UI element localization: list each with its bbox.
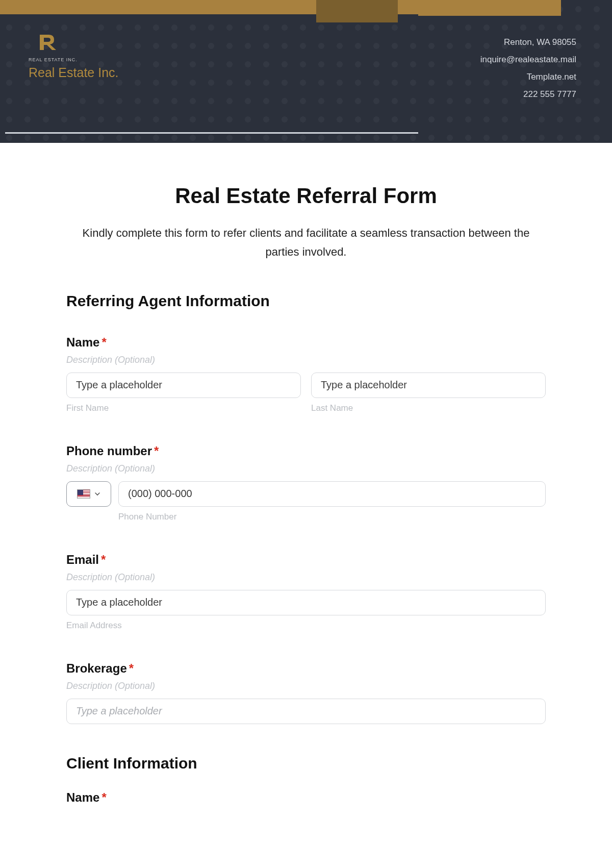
brokerage-required-mark: * (129, 661, 134, 675)
client-name-label: Name (66, 790, 99, 804)
name-description: Description (Optional) (66, 355, 546, 365)
first-name-sublabel: First Name (66, 403, 301, 413)
first-name-input[interactable] (66, 373, 301, 398)
chevron-down-icon (94, 491, 100, 497)
brokerage-input[interactable] (66, 699, 546, 724)
client-name-required-mark: * (101, 790, 106, 804)
name-required-mark: * (101, 335, 106, 349)
email-label: Email (66, 553, 99, 566)
form-content: Real Estate Referral Form Kindly complet… (0, 143, 612, 825)
email-input[interactable] (66, 590, 546, 615)
header-rule-gold (418, 14, 561, 16)
email-sublabel: Email Address (66, 621, 546, 631)
field-brokerage: Brokerage* Description (Optional) (66, 661, 546, 724)
section-client-heading: Client Information (66, 755, 546, 772)
form-intro: Kindly complete this form to refer clien… (66, 224, 546, 262)
email-required-mark: * (101, 553, 106, 566)
phone-required-mark: * (154, 444, 159, 458)
header-rule-light (5, 132, 418, 134)
logo-subtitle: REAL ESTATE INC. (29, 57, 118, 62)
contact-phone: 222 555 7777 (480, 86, 576, 103)
section-agent-heading: Referring Agent Information (66, 292, 546, 310)
field-client-name: Name* (66, 790, 546, 805)
brokerage-label: Brokerage (66, 661, 127, 675)
phone-sublabel: Phone Number (118, 512, 546, 522)
field-email: Email* Description (Optional) Email Addr… (66, 553, 546, 631)
brokerage-description: Description (Optional) (66, 681, 546, 691)
page-header: REAL ESTATE INC. Real Estate Inc. Renton… (0, 0, 612, 143)
contact-info: Renton, WA 98055 inquire@realeastate.mai… (480, 34, 576, 103)
header-bar-dark (316, 0, 398, 22)
contact-site: Template.net (480, 68, 576, 86)
name-label: Name (66, 335, 99, 349)
email-description: Description (Optional) (66, 572, 546, 583)
phone-description: Description (Optional) (66, 463, 546, 474)
contact-address: Renton, WA 98055 (480, 34, 576, 51)
field-phone: Phone number* Description (Optional) Pho… (66, 444, 546, 522)
form-title: Real Estate Referral Form (66, 184, 546, 208)
logo-icon (35, 29, 61, 55)
country-code-select[interactable] (66, 481, 111, 507)
phone-number-input[interactable] (118, 481, 546, 507)
phone-label: Phone number (66, 444, 152, 458)
contact-email: inquire@realeastate.mail (480, 51, 576, 68)
header-bar-gold (0, 0, 561, 14)
logo-title: Real Estate Inc. (29, 65, 118, 80)
last-name-input[interactable] (311, 373, 546, 398)
last-name-sublabel: Last Name (311, 403, 546, 413)
field-name: Name* Description (Optional) First Name … (66, 335, 546, 413)
logo-block: REAL ESTATE INC. Real Estate Inc. (29, 29, 118, 80)
us-flag-icon (77, 489, 90, 499)
